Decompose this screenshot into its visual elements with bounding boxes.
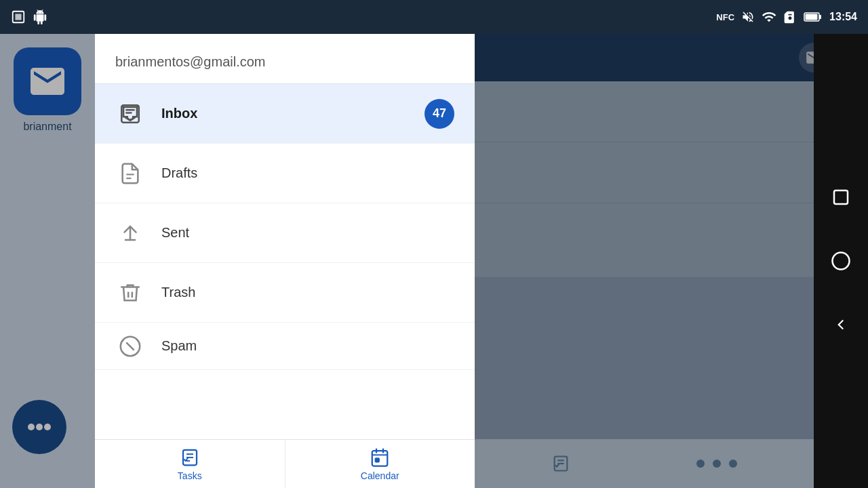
drafts-icon-container [115, 159, 145, 188]
inbox-icon-container [115, 99, 145, 129]
square-icon [831, 187, 851, 207]
inbox-icon [119, 102, 142, 125]
spam-icon-container [115, 331, 145, 361]
svg-rect-3 [806, 14, 818, 20]
nav-calendar[interactable]: Calendar [285, 440, 475, 488]
drawer-item-trash[interactable]: Trash [95, 263, 475, 323]
drawer-item-sent[interactable]: Sent [95, 203, 475, 263]
svg-point-32 [833, 253, 850, 270]
tasks-label: Tasks [178, 470, 202, 481]
android-nav [814, 34, 868, 488]
inbox-label: Inbox [161, 106, 425, 121]
wifi-icon [762, 9, 776, 24]
android-back-button[interactable] [826, 310, 856, 340]
drawer-item-spam[interactable]: Spam [95, 323, 475, 370]
drawer-bottom-nav: Tasks Calendar [95, 439, 475, 488]
sent-icon-container [115, 218, 145, 248]
android-home-button[interactable] [826, 246, 856, 276]
status-bar-left [11, 9, 47, 24]
drawer-email: brianmentos@gmail.com [115, 54, 266, 69]
svg-line-18 [126, 342, 134, 350]
trash-icon-container [115, 278, 145, 308]
drawer-header: brianmentos@gmail.com [95, 34, 475, 84]
screenshot-icon [11, 9, 26, 24]
nav-drawer: brianmentos@gmail.com Inbox 47 Drafts [95, 34, 475, 488]
sent-icon [119, 222, 142, 245]
svg-rect-23 [372, 451, 388, 466]
svg-rect-4 [819, 15, 821, 19]
trash-icon [119, 281, 142, 304]
mute-icon [741, 10, 755, 24]
tasks-icon [180, 447, 200, 468]
trash-label: Trash [161, 285, 454, 300]
drawer-item-inbox[interactable]: Inbox 47 [95, 84, 475, 144]
status-time: 13:54 [829, 11, 857, 23]
drafts-label: Drafts [161, 165, 454, 181]
triangle-icon [832, 316, 850, 333]
calendar-label: Calendar [361, 470, 399, 481]
nav-tasks[interactable]: Tasks [95, 440, 285, 488]
calendar-icon [370, 447, 390, 468]
drawer-item-drafts[interactable]: Drafts [95, 144, 475, 203]
circle-icon [831, 251, 851, 271]
spam-label: Spam [161, 338, 454, 354]
sent-label: Sent [161, 225, 454, 241]
inbox-badge: 47 [425, 99, 454, 129]
spam-icon [119, 335, 142, 358]
nfc-icon: NFC [716, 12, 734, 22]
drafts-icon [119, 162, 142, 185]
svg-rect-31 [834, 190, 848, 204]
android-status-icon [33, 9, 47, 24]
sim-icon [783, 10, 797, 24]
android-square-button[interactable] [826, 182, 856, 212]
battery-icon [804, 10, 823, 24]
status-bar-right: NFC 13:54 [716, 9, 857, 24]
svg-rect-27 [376, 458, 379, 462]
svg-rect-1 [15, 14, 21, 20]
status-bar: NFC 13:54 [0, 0, 868, 34]
